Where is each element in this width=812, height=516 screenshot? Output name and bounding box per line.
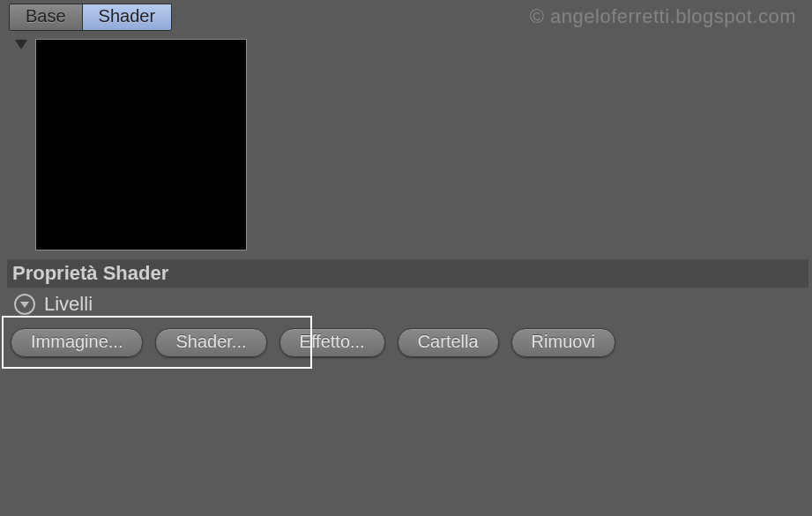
svg-marker-1	[20, 302, 29, 308]
disclosure-triangle-icon[interactable]	[14, 39, 28, 51]
tab-base[interactable]: Base	[10, 4, 83, 30]
image-button[interactable]: Immagine...	[11, 328, 143, 357]
tab-shader[interactable]: Shader	[83, 4, 172, 30]
remove-button[interactable]: Rimuovi	[511, 328, 615, 357]
svg-marker-0	[15, 40, 27, 49]
section-title: Proprietà Shader	[12, 262, 168, 285]
folder-button[interactable]: Cartella	[398, 328, 499, 357]
watermark-text: © angeloferretti.blogspot.com	[530, 5, 796, 28]
expand-circle-icon[interactable]	[14, 294, 35, 315]
shader-preview-swatch[interactable]	[35, 39, 247, 251]
shader-button[interactable]: Shader...	[155, 328, 266, 357]
section-header: Proprietà Shader	[7, 259, 808, 288]
levels-label: Livelli	[44, 293, 93, 316]
mode-tab-bar: Base Shader	[9, 4, 172, 31]
effect-button[interactable]: Effetto...	[279, 328, 385, 357]
levels-row: Livelli	[14, 293, 93, 316]
layer-action-buttons: Immagine... Shader... Effetto... Cartell…	[11, 328, 615, 357]
